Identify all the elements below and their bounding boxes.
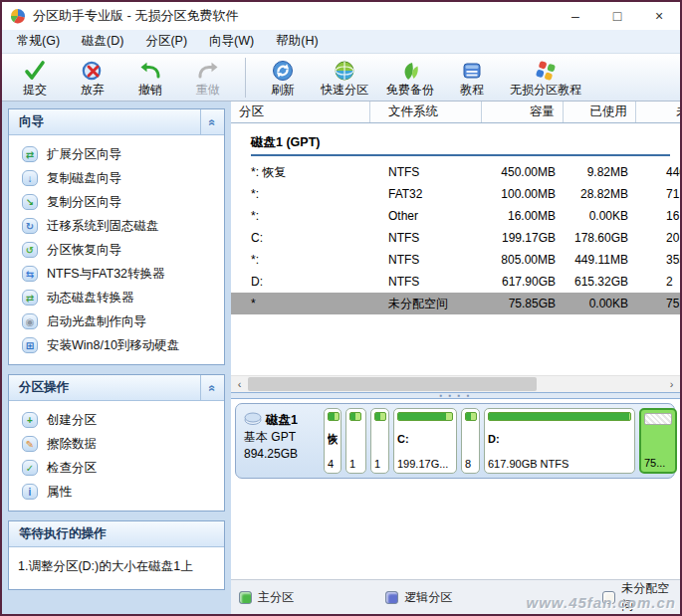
operations-panel-title: 分区操作 [9,379,69,396]
partition-block-unallocated-selected[interactable]: 75... [639,408,677,474]
sidebar-item-dynamic-disk-converter[interactable]: ⇄动态磁盘转换器 [9,286,224,309]
toolbar-button-undo[interactable]: 撤销 [121,55,179,101]
partition-block[interactable]: 1 [370,408,389,474]
sidebar-item-copy-partition-wizard[interactable]: ↘复制分区向导 [9,190,224,214]
sidebar-item-create-partition[interactable]: +创建分区 [9,408,224,432]
sidebar-item-check-partition[interactable]: ✓检查分区 [9,456,224,480]
sidebar-item-ntfs-fat32-converter[interactable]: ⇆NTFS与FAT32转换器 [9,262,224,286]
partition-block[interactable]: 8 [461,408,480,474]
chevron-up-icon[interactable]: « [200,109,224,134]
table-row[interactable]: *: 恢复NTFS450.00MB9.82MB440 [231,161,680,183]
toolbar-button-refresh[interactable]: 刷新 [254,55,312,101]
disk-panel[interactable]: 磁盘1 基本 GPT 894.25GB 恢 4 1 [235,403,675,479]
partition-block[interactable]: 1 [345,408,366,474]
copy-partition-wizard-icon: ↘ [22,194,38,210]
disk-info: 磁盘1 基本 GPT 894.25GB [240,408,320,474]
unallocated-space-swatch [602,591,615,604]
partition-block-c[interactable]: C: 199.17G... [393,408,457,474]
sidebar-item-properties[interactable]: i属性 [9,480,224,504]
wizards-panel: 向导 « ⇄扩展分区向导 ↓复制磁盘向导 ↘复制分区向导 ↻迁移系统到固态磁盘 … [8,108,225,365]
legend-unallocated: 未分配空间 [602,580,680,614]
toolbar-button-free-backup[interactable]: 免费备份 [377,55,443,101]
table-row[interactable]: *:Other16.00MB0.00KB16 [231,205,680,227]
toolbar-button-quick-partition[interactable]: 快速分区 [312,55,377,101]
dynamic-disk-converter-icon: ⇄ [22,290,38,306]
disk-icon [244,411,262,429]
pending-operation-item[interactable]: 1.调整分区(D:)的大小在磁盘1上 [9,547,224,589]
app-window: 分区助手专业版 - 无损分区免费软件 – □ × 常规(G) 磁盘(D) 分区(… [0,0,682,616]
sidebar-item-bootable-cd-wizard[interactable]: ◉启动光盘制作向导 [9,309,224,333]
title-bar: 分区助手专业版 - 无损分区免费软件 – □ × [2,2,680,30]
sidebar: 向导 « ⇄扩展分区向导 ↓复制磁盘向导 ↘复制分区向导 ↻迁移系统到固态磁盘 … [2,102,231,614]
usage-bar [328,412,340,421]
disk-name: 磁盘1 [266,412,298,429]
partition-block-d[interactable]: D: 617.90GB NTFS [484,408,635,474]
menu-item-general[interactable]: 常规(G) [6,30,71,53]
wizards-list: ⇄扩展分区向导 ↓复制磁盘向导 ↘复制分区向导 ↻迁移系统到固态磁盘 ↺分区恢复… [9,135,224,364]
minimize-button[interactable]: – [555,2,596,30]
operations-list: +创建分区 ✎擦除数据 ✓检查分区 i属性 [9,401,224,511]
toolbar-label: 重做 [196,83,220,98]
pending-operations-panel: 等待执行的操作 1.调整分区(D:)的大小在磁盘1上 [8,520,225,590]
primary-partition-swatch [239,591,252,604]
menu-item-disk[interactable]: 磁盘(D) [71,30,134,53]
refresh-icon [271,58,295,83]
sidebar-item-extend-partition-wizard[interactable]: ⇄扩展分区向导 [9,142,224,166]
splitter-handle[interactable]: ▪ ▪ ▪ ▪ [231,392,680,399]
logical-partition-swatch [385,591,398,604]
column-header-used[interactable]: 已使用 [564,102,636,122]
undo-icon [138,58,162,83]
horizontal-scrollbar[interactable]: ‹ › [231,375,680,392]
toolbar-button-commit[interactable]: 提交 [6,55,64,101]
operations-panel-header: 分区操作 « [9,375,224,401]
table-row[interactable]: *:NTFS805.00MB449.11MB355 [231,249,680,271]
menu-item-wizard[interactable]: 向导(W) [198,30,265,53]
toolbar-button-discard[interactable]: 放弃 [64,55,121,101]
disk-group-underline [251,154,670,156]
legend-bar: 主分区 逻辑分区 未分配空间 www.45fan.com.cn [231,579,680,614]
partition-table: 磁盘1 (GPT) *: 恢复NTFS450.00MB9.82MB440 *:F… [231,123,680,375]
menu-item-help[interactable]: 帮助(H) [265,30,329,53]
window-title: 分区助手专业版 - 无损分区免费软件 [33,7,239,25]
scrollbar-thumb[interactable] [248,377,537,391]
close-button[interactable]: × [638,2,680,30]
chevron-up-icon[interactable]: « [200,375,224,400]
table-row[interactable]: C:NTFS199.17GB178.60GB20 [231,227,680,249]
toolbar-button-lossless-tutorial[interactable]: 无损分区教程 [501,55,590,101]
sidebar-item-partition-recovery-wizard[interactable]: ↺分区恢复向导 [9,238,224,262]
table-row[interactable]: D:NTFS617.90GB615.32GB2 [231,271,680,293]
column-header-filesystem[interactable]: 文件系统 [370,102,482,122]
table-row-selected[interactable]: *未分配空间75.85GB0.00KB75 [231,293,680,314]
toolbar-button-tutorial[interactable]: 教程 [443,55,501,101]
app-icon [10,8,26,24]
maximize-button[interactable]: □ [596,2,638,30]
column-header-partition[interactable]: 分区 [231,102,370,122]
sidebar-item-copy-disk-wizard[interactable]: ↓复制磁盘向导 [9,166,224,190]
properties-icon: i [22,484,38,500]
extend-partition-wizard-icon: ⇄ [22,146,38,162]
toolbar-label: 教程 [460,83,484,98]
sidebar-item-win-to-go[interactable]: ⊞安装Win8/10到移动硬盘 [9,333,224,357]
usage-bar [644,413,672,425]
table-row[interactable]: *:FAT32100.00MB28.82MB71 [231,183,680,205]
sidebar-item-wipe-data[interactable]: ✎擦除数据 [9,432,224,456]
toolbar-separator [245,58,246,98]
quick-partition-icon [333,58,356,83]
toolbar-label: 提交 [23,83,47,98]
menu-item-partition[interactable]: 分区(P) [134,30,198,53]
column-header-capacity[interactable]: 容量 [482,102,564,122]
toolbar-label: 放弃 [81,83,105,98]
usage-bar [349,412,361,421]
win-to-go-icon: ⊞ [22,337,38,353]
pending-operations-header: 等待执行的操作 [9,521,224,547]
wizards-panel-title: 向导 [9,113,44,130]
column-header-unused[interactable]: 未使用 [636,102,680,122]
ntfs-fat32-converter-icon: ⇆ [22,266,38,282]
toolbar: 提交 放弃 撤销 重做 刷新 [2,54,680,102]
scroll-left-arrow-icon[interactable]: ‹ [231,376,248,392]
legend-primary: 主分区 [239,589,385,606]
sidebar-item-migrate-os-to-ssd[interactable]: ↻迁移系统到固态磁盘 [9,214,224,238]
partition-block[interactable]: 恢 4 [324,408,341,474]
scroll-right-arrow-icon[interactable]: › [663,376,680,392]
operations-panel: 分区操作 « +创建分区 ✎擦除数据 ✓检查分区 i属性 [8,374,225,512]
